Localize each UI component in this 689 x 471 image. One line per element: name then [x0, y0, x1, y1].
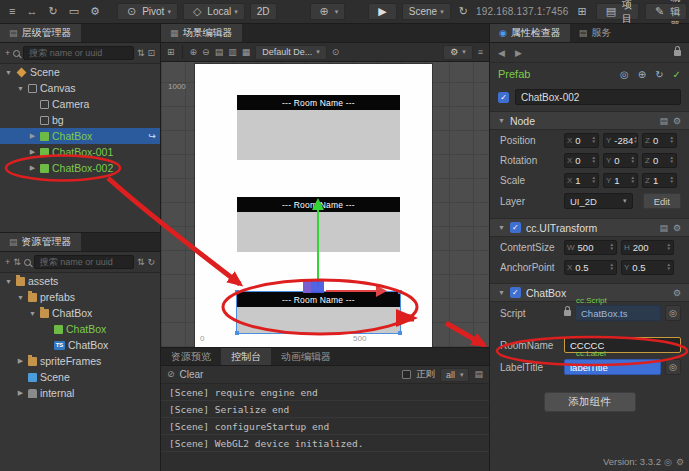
stepper-icon[interactable]: ▲▼ — [592, 136, 596, 144]
tree-arrow-icon[interactable]: ▼ — [16, 85, 25, 92]
position-z-field[interactable]: Z 0 ▲▼ — [642, 133, 677, 148]
select-label-icon[interactable]: ◎ — [665, 359, 681, 375]
enter-prefab-icon[interactable]: ↪ — [148, 131, 156, 141]
notification-icon[interactable]: ⚙ — [676, 457, 684, 467]
assets-search-input[interactable] — [34, 255, 134, 269]
asset-item-scene[interactable]: Scene — [0, 369, 160, 385]
asset-item-assets[interactable]: ▼ assets — [0, 273, 160, 289]
tree-arrow-icon[interactable]: ▶ — [16, 357, 25, 365]
chatbox-node-3-selected[interactable]: --- Room Name --- — [237, 292, 400, 333]
node-active-checkbox[interactable]: ✓ — [498, 92, 509, 103]
sort-icon[interactable]: ⇅ — [13, 258, 21, 267]
anchorpoint-x-field[interactable]: X 0.5 ▲▼ — [564, 260, 617, 275]
clear-console-icon[interactable]: ⊘ — [167, 370, 175, 379]
log-line[interactable]: [Scene] configureStartup end — [161, 418, 489, 435]
editor-button[interactable]: ✎ 编辑器 — [645, 3, 687, 20]
collapse-arrow-icon[interactable]: ▼ — [498, 117, 505, 124]
tree-item-bg[interactable]: bg — [0, 112, 160, 128]
collapse-arrow-icon[interactable]: ▼ — [498, 289, 505, 296]
tree-arrow-icon[interactable]: ▼ — [28, 310, 37, 317]
log-line[interactable]: [Scene] WebGL2 device initialized. — [161, 435, 489, 452]
console-log-list[interactable]: [Scene] require engine end [Scene] Seria… — [161, 384, 489, 452]
scene-viewport[interactable]: 1000 --- Room Name --- --- Room Name ---… — [161, 62, 489, 347]
zoom-out-icon[interactable]: ⊖ — [202, 48, 210, 57]
local-dropdown[interactable]: ◇ Local ▾ — [183, 3, 245, 20]
collapse-arrow-icon[interactable]: ▼ — [498, 224, 505, 231]
reset-prefab-icon[interactable]: ↻ — [655, 69, 663, 80]
create-asset-icon[interactable]: + — [5, 258, 10, 267]
stepper-icon[interactable]: ▲▼ — [631, 156, 635, 164]
gear-icon[interactable]: ⚙ — [87, 5, 103, 18]
position-y-field[interactable]: Y -284 ▲▼ — [603, 133, 638, 148]
asset-item-internal[interactable]: ▶ internal — [0, 385, 160, 401]
asset-item-chatbox-script[interactable]: TS ChatBox — [0, 337, 160, 353]
refresh-icon[interactable]: ↻ — [456, 5, 471, 18]
scale-y-field[interactable]: Y 1 ▲▼ — [603, 173, 638, 188]
stepper-icon[interactable]: ▲▼ — [610, 263, 614, 271]
export-log-icon[interactable]: ▤ — [474, 370, 483, 379]
tree-arrow-icon[interactable]: ▶ — [28, 132, 37, 140]
stepper-icon[interactable]: ▲▼ — [633, 136, 637, 144]
align-right-icon[interactable]: ▦ — [242, 48, 251, 57]
anchorpoint-y-field[interactable]: Y 0.5 ▲▼ — [621, 260, 674, 275]
tree-arrow-icon[interactable]: ▼ — [4, 278, 13, 285]
asset-item-prefabs[interactable]: ▼ prefabs — [0, 289, 160, 305]
gizmo-y-axis-arrowhead[interactable] — [312, 198, 324, 210]
contentsize-h-field[interactable]: H 200 ▲▼ — [621, 240, 674, 255]
lock-inspector-icon[interactable] — [674, 50, 681, 56]
log-line[interactable]: [Scene] require engine end — [161, 384, 489, 401]
align-center-icon[interactable]: ▥ — [228, 48, 237, 57]
stepper-icon[interactable]: ▲▼ — [631, 176, 635, 184]
select-asset-icon[interactable]: ◎ — [665, 305, 681, 321]
log-line[interactable]: [Scene] Serialize end — [161, 401, 489, 418]
gizmo-x-axis-arrow[interactable] — [326, 290, 376, 292]
asset-item-chatbox-folder[interactable]: ▼ ChatBox — [0, 305, 160, 321]
tree-item-chatbox-002[interactable]: ▶ ChatBox-002 — [0, 160, 160, 176]
forward-icon[interactable]: ▶ — [515, 48, 522, 58]
help-icon[interactable]: ▤ — [659, 116, 668, 126]
uitransform-section-header[interactable]: ▼ ✓ cc.UITransform ▤ ⚙ — [490, 218, 689, 237]
tree-arrow-icon[interactable]: ▼ — [16, 294, 25, 301]
settings-sliders-icon[interactable]: ≡ — [6, 5, 18, 18]
locate-prefab-icon[interactable]: ◎ — [620, 69, 629, 80]
platform-dropdown[interactable]: ⊕ ▾ — [310, 3, 346, 20]
tree-item-scene[interactable]: ▼ Scene — [0, 64, 160, 80]
tree-arrow-icon[interactable]: ▼ — [4, 69, 13, 76]
stepper-icon[interactable]: ▲▼ — [610, 243, 614, 251]
node-name-input[interactable] — [515, 89, 681, 105]
asset-item-spriteframes[interactable]: ▶ spriteFrames — [0, 353, 160, 369]
refresh-assets-icon[interactable]: ↻ — [147, 258, 155, 267]
contentsize-w-field[interactable]: W 500 ▲▼ — [564, 240, 617, 255]
rotation-y-field[interactable]: Y 0 ▲▼ — [603, 153, 638, 168]
uitransform-enabled-checkbox[interactable]: ✓ — [510, 222, 521, 233]
layer-select[interactable]: UI_2D ▾ — [564, 193, 633, 209]
gear-icon[interactable]: ⚙ — [673, 288, 681, 298]
tab-asset-preview[interactable]: 资源预览 — [161, 348, 221, 365]
gizmo-plane-handle[interactable] — [311, 280, 324, 293]
scene-menu-icon[interactable]: ≡ — [478, 48, 483, 57]
panel-menu-icon[interactable]: ⊡ — [147, 49, 155, 58]
script-asset-field[interactable]: ChatBox.ts — [575, 305, 661, 321]
clear-console-label[interactable]: Clear — [180, 369, 204, 380]
tree-item-chatbox-001[interactable]: ▶ ChatBox-001 — [0, 144, 160, 160]
gizmo-preset-dropdown[interactable]: Default De... ▾ — [255, 45, 327, 60]
zoom-in-icon[interactable]: ⊕ — [190, 48, 198, 57]
tree-item-camera[interactable]: Camera — [0, 96, 160, 112]
expand-all-icon[interactable]: ⇅ — [137, 49, 145, 58]
gear-icon[interactable]: ⚙ — [673, 116, 681, 126]
project-button[interactable]: ▤ 项目 — [596, 3, 639, 20]
stepper-icon[interactable]: ▲▼ — [667, 243, 671, 251]
pivot-dropdown[interactable]: ⊙ Pivot ▾ — [117, 3, 178, 20]
labeltitle-input[interactable]: labelTitle — [564, 359, 661, 375]
add-component-button[interactable]: 添加组件 — [544, 392, 636, 412]
feedback-icon[interactable]: ◎ — [664, 457, 672, 467]
scale-x-field[interactable]: X 1 ▲▼ — [564, 173, 599, 188]
tree-arrow-icon[interactable]: ▶ — [28, 148, 37, 156]
gizmo-plane-handle[interactable] — [303, 281, 311, 293]
play-button[interactable]: ▶ — [368, 3, 396, 20]
node-section-header[interactable]: ▼ Node ▤ ⚙ — [490, 111, 689, 130]
gizmo-y-axis-arrow[interactable] — [317, 210, 319, 286]
search-icon[interactable] — [13, 50, 20, 57]
preview-target-dropdown[interactable]: Scene ▾ — [402, 3, 451, 20]
chatbox-enabled-checkbox[interactable]: ✓ — [510, 287, 521, 298]
